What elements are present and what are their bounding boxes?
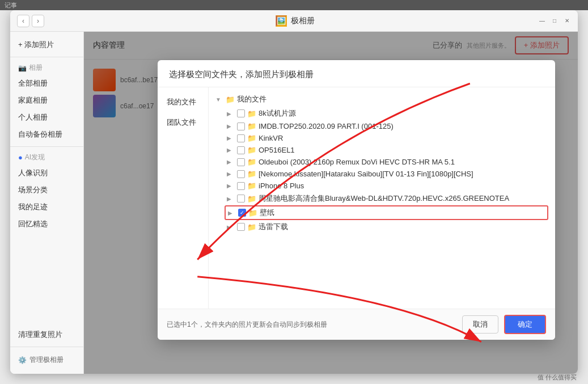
sidebar-section-ai: ● AI发现 bbox=[10, 150, 83, 164]
tree-expand-0: ▶ bbox=[227, 111, 235, 117]
maximize-button[interactable]: □ bbox=[551, 17, 559, 25]
tree-label-4: Oldeuboi (2003) 2160p Remux DoVi HEVC DT… bbox=[259, 158, 455, 166]
dialog-body: 我的文件 团队文件 ▼ 📁 我的文件 ▶ bbox=[158, 87, 555, 309]
tree-label-8: 壁纸 bbox=[260, 208, 274, 218]
folder-icon-1: 📁 bbox=[247, 122, 256, 130]
sidebar-item-all-albums[interactable]: 全部相册 bbox=[10, 75, 83, 92]
tree-label-7: 周星驰电影高清合集Bluray&Web-DL&HDTV.720p.HEVC.x2… bbox=[259, 193, 509, 204]
folder-icon-6: 📁 bbox=[247, 182, 256, 190]
scene-label: 场景分类 bbox=[18, 185, 48, 195]
dialog-footer: 已选中1个，文件夹内的照片更新会自动同步到极相册 取消 确定 bbox=[158, 309, 555, 340]
dialog-header: 选择极空间文件夹，添加照片到极相册 bbox=[158, 60, 555, 87]
dialog-footer-text: 已选中1个，文件夹内的照片更新会自动同步到极相册 bbox=[167, 320, 462, 330]
tree-checkbox-9[interactable] bbox=[237, 223, 245, 231]
dialog-sidebar-my-files[interactable]: 我的文件 bbox=[163, 94, 202, 110]
app-title: 🖼️ 极相册 bbox=[51, 15, 538, 27]
tree-root-label: 我的文件 bbox=[237, 94, 266, 104]
sidebar-item-scene[interactable]: 场景分类 bbox=[10, 182, 83, 199]
tree-expand-9: ▶ bbox=[227, 224, 235, 230]
sidebar-divider-1 bbox=[10, 57, 83, 57]
tree-item-5[interactable]: ▶ 📁 [Nekomoe kissaten][Hataraku Saibou][… bbox=[225, 168, 548, 180]
sidebar-item-personal-album[interactable]: 个人相册 bbox=[10, 109, 83, 126]
tree-folder-root-icon: 📁 bbox=[226, 95, 235, 104]
tree-item-9[interactable]: ▶ 📁 迅雷下载 bbox=[225, 220, 548, 234]
dialog-cancel-button[interactable]: 取消 bbox=[462, 315, 498, 334]
watermark: 值 什么值得买 bbox=[538, 373, 577, 382]
tree-label-0: 8k试机片源 bbox=[259, 108, 296, 119]
tree-label-1: IMDB.TOP250.2020.09 PART.I (001-125) bbox=[259, 122, 394, 130]
sidebar-divider-3 bbox=[10, 347, 83, 347]
tree-label-6: iPhone 8 Plus bbox=[259, 182, 304, 190]
tree-expand-root: ▼ bbox=[215, 96, 223, 103]
folder-icon-7: 📁 bbox=[247, 195, 256, 203]
auto-backup-label: 自动备份相册 bbox=[18, 129, 62, 140]
tree-children: ▶ 📁 8k试机片源 ▶ 📁 IMDB.TOP250.2020.09 PART.… bbox=[215, 107, 548, 234]
tree-expand-2: ▶ bbox=[227, 135, 235, 141]
close-button[interactable]: ✕ bbox=[563, 17, 571, 25]
tree-checkbox-8[interactable] bbox=[238, 209, 246, 217]
dedup-label: 清理重复照片 bbox=[18, 330, 62, 340]
tree-item-4[interactable]: ▶ 📁 Oldeuboi (2003) 2160p Remux DoVi HEV… bbox=[225, 156, 548, 168]
sidebar-item-face[interactable]: 人像识别 bbox=[10, 164, 83, 182]
tree-item-1[interactable]: ▶ 📁 IMDB.TOP250.2020.09 PART.I (001-125) bbox=[225, 120, 548, 132]
tree-checkbox-2[interactable] bbox=[237, 134, 245, 142]
folder-select-dialog: 选择极空间文件夹，添加照片到极相册 我的文件 团队文件 ▼ 📁 我的文件 bbox=[158, 60, 555, 340]
tree-checkbox-6[interactable] bbox=[237, 182, 245, 190]
tree-item-6[interactable]: ▶ 📁 iPhone 8 Plus bbox=[225, 180, 548, 192]
tree-label-5: [Nekomoe kissaten][Hataraku Saibou][TV 0… bbox=[259, 170, 473, 178]
folder-icon-9: 📁 bbox=[247, 223, 256, 231]
tree-expand-7: ▶ bbox=[227, 196, 235, 202]
folder-icon-2: 📁 bbox=[247, 134, 256, 142]
tree-expand-8: ▶ bbox=[228, 210, 236, 216]
app-body: + 添加照片 📷 相册 全部相册 家庭相册 个人相册 自动备份相册 ● A bbox=[10, 32, 578, 374]
nav-forward-button[interactable]: › bbox=[32, 15, 44, 27]
minimize-button[interactable]: — bbox=[538, 17, 546, 25]
app-window: ‹ › 🖼️ 极相册 — □ ✕ + 添加照片 📷 相册 全部相册 bbox=[10, 10, 578, 374]
tree-checkbox-1[interactable] bbox=[237, 123, 245, 130]
tree-expand-4: ▶ bbox=[227, 159, 235, 165]
sidebar-item-memories[interactable]: 回忆精选 bbox=[10, 216, 83, 233]
footprint-label: 我的足迹 bbox=[18, 202, 48, 212]
tree-checkbox-4[interactable] bbox=[237, 158, 245, 166]
all-albums-label: 全部相册 bbox=[18, 78, 48, 88]
dialog-sidebar: 我的文件 团队文件 bbox=[158, 87, 209, 309]
tree-item-2[interactable]: ▶ 📁 KinkVR bbox=[225, 132, 548, 144]
sidebar: + 添加照片 📷 相册 全部相册 家庭相册 个人相册 自动备份相册 ● A bbox=[10, 32, 84, 374]
family-album-label: 家庭相册 bbox=[18, 95, 48, 106]
os-bar-text: 记事 bbox=[5, 1, 17, 10]
tree-checkbox-5[interactable] bbox=[237, 170, 245, 178]
sidebar-item-footprint[interactable]: 我的足迹 bbox=[10, 199, 83, 216]
tree-item-3[interactable]: ▶ 📁 OP516EL1 bbox=[225, 144, 548, 156]
album-section-label: 相册 bbox=[29, 63, 43, 73]
window-controls: — □ ✕ bbox=[538, 17, 571, 25]
sidebar-item-family-album[interactable]: 家庭相册 bbox=[10, 92, 83, 109]
tree-item-8[interactable]: ▶ 📁 壁纸 bbox=[225, 205, 548, 220]
ai-section-label: AI发现 bbox=[25, 153, 45, 162]
dialog-tree: ▼ 📁 我的文件 ▶ 📁 8k试机片源 bbox=[209, 87, 555, 309]
sidebar-manage[interactable]: ⚙️ 管理极相册 bbox=[10, 351, 83, 369]
tree-checkbox-3[interactable] bbox=[237, 146, 245, 154]
folder-icon-4: 📁 bbox=[247, 158, 256, 166]
dialog-title: 选择极空间文件夹，添加照片到极相册 bbox=[169, 69, 544, 80]
nav-buttons: ‹ › bbox=[17, 15, 44, 27]
tree-checkbox-7[interactable] bbox=[237, 195, 245, 202]
face-label: 人像识别 bbox=[18, 168, 48, 178]
dialog-sidebar-team-files[interactable]: 团队文件 bbox=[163, 115, 202, 130]
tree-root-my-files: ▼ 📁 我的文件 bbox=[215, 92, 548, 107]
sidebar-item-auto-backup[interactable]: 自动备份相册 bbox=[10, 126, 83, 143]
sidebar-divider-2 bbox=[10, 146, 83, 147]
sidebar-add-photo[interactable]: + 添加照片 bbox=[10, 36, 83, 53]
dialog-confirm-button[interactable]: 确定 bbox=[504, 315, 546, 334]
sidebar-item-dedup[interactable]: 清理重复照片 bbox=[10, 326, 83, 343]
tree-expand-5: ▶ bbox=[227, 171, 235, 177]
tree-expand-1: ▶ bbox=[227, 123, 235, 129]
tree-checkbox-0[interactable] bbox=[237, 109, 245, 117]
personal-album-label: 个人相册 bbox=[18, 112, 48, 123]
tree-item-0[interactable]: ▶ 📁 8k试机片源 bbox=[225, 107, 548, 120]
nav-back-button[interactable]: ‹ bbox=[17, 15, 29, 27]
folder-icon-8: 📁 bbox=[248, 209, 257, 217]
sidebar-section-album: 📷 相册 bbox=[10, 61, 83, 75]
add-photo-label: + 添加照片 bbox=[18, 40, 54, 50]
title-bar: ‹ › 🖼️ 极相册 — □ ✕ bbox=[10, 10, 578, 32]
tree-item-7[interactable]: ▶ 📁 周星驰电影高清合集Bluray&Web-DL&HDTV.720p.HEV… bbox=[225, 192, 548, 205]
